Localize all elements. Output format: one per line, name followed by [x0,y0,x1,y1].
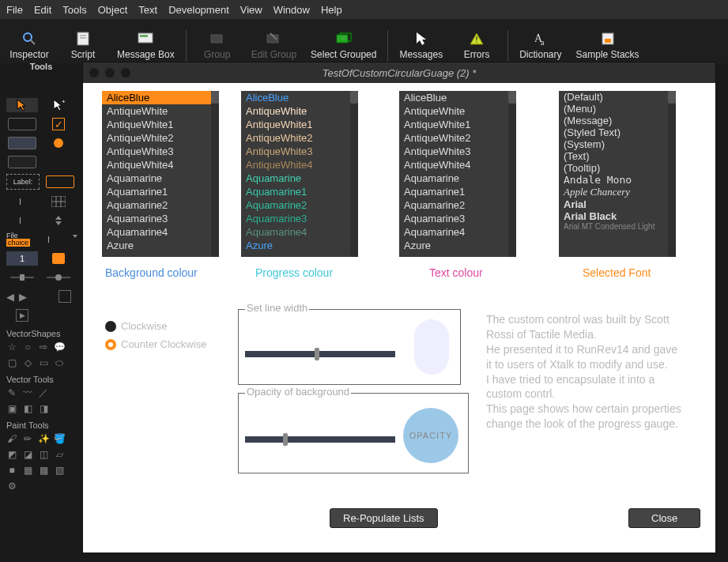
arrow-tool[interactable] [6,98,38,112]
list-item[interactable]: Azure [102,239,219,252]
script-button[interactable]: Script [57,28,109,62]
linewidth-slider[interactable] [245,351,395,357]
list-item[interactable]: Arial [559,198,676,210]
circle-icon[interactable]: ○ [22,341,33,353]
pen-icon[interactable]: ✎ [6,387,17,398]
rect-dark-tool[interactable] [6,155,38,169]
list-item[interactable]: Aquamarine1 [102,185,219,198]
grid-tool[interactable] [43,194,74,209]
list-item[interactable]: AliceBlue [399,91,516,104]
editgroup-button[interactable]: Edit Group [245,28,303,62]
list-item[interactable]: Aquamarine4 [102,225,219,239]
menu-tools[interactable]: Tools [62,4,86,16]
menu-help[interactable]: Help [321,4,342,16]
errors-button[interactable]: ! Errors [451,28,503,62]
list-item[interactable]: Azure [399,239,516,252]
list-item[interactable]: (Default) [559,91,676,103]
play-tool[interactable]: ▶ [6,308,38,322]
arrow-right-icon[interactable]: ▶ [19,291,27,303]
clockwise-radio[interactable]: Clockwise [105,320,206,332]
progress-color-list[interactable]: AliceBlueAntiqueWhiteAntiqueWhite1Antiqu… [241,91,358,257]
diamond-icon[interactable]: ◇ [22,357,33,368]
menu-view[interactable]: View [240,4,262,16]
poly3-icon[interactable]: ◨ [38,403,49,414]
list-item[interactable]: Aquamarine2 [102,198,219,212]
list-item[interactable]: AntiqueWhite [399,104,516,118]
menu-text[interactable]: Text [138,4,157,16]
gear-icon[interactable]: ⚙ [6,481,17,492]
list-item[interactable]: Arial MT Condensed Light [559,222,676,231]
bucket-icon[interactable]: 🪣 [54,433,65,444]
menu-development[interactable]: Development [168,4,229,16]
list-item[interactable]: Aquamarine1 [241,185,358,198]
window-dot-3[interactable] [121,68,130,77]
counterclockwise-radio[interactable]: Counter Clockwise [105,338,206,350]
s1-icon[interactable]: ■ [6,465,17,476]
group-button[interactable]: Group [191,28,243,62]
list-item[interactable]: AntiqueWhite3 [241,145,358,158]
selectgrouped-button[interactable]: Select Grouped [304,28,383,62]
list-item[interactable]: Aquamarine [399,172,516,185]
list-item[interactable]: AntiqueWhite2 [241,131,358,145]
rect-outline-tool[interactable] [6,117,38,131]
list-item[interactable]: (Text) [559,150,676,162]
list-item[interactable]: Aquamarine4 [241,225,358,239]
p1-icon[interactable]: ◩ [6,449,17,460]
arrowshape-icon[interactable]: ⇨ [38,341,49,353]
list-item[interactable]: AntiqueWhite3 [102,145,219,158]
list-item[interactable]: AntiqueWhite1 [102,118,219,131]
list-item[interactable]: Aquamarine1 [399,185,516,198]
text-color-list[interactable]: AliceBlue AntiqueWhite AntiqueWhite1 Ant… [399,91,516,257]
samplestacks-button[interactable]: Sample Stacks [570,28,646,62]
s2-icon[interactable]: ▦ [22,465,33,476]
list-item[interactable]: Aquamarine4 [399,225,516,239]
list-item[interactable]: Aquamarine3 [241,212,358,225]
arrow-left-icon[interactable]: ◀ [6,291,14,303]
text3-tool[interactable]: I [35,232,66,247]
star-icon[interactable]: ☆ [6,341,17,353]
list-item[interactable]: Aquamarine2 [241,198,358,212]
scrollbar[interactable] [350,91,358,257]
list-item[interactable]: AntiqueWhite [102,104,219,118]
pill-icon[interactable]: ⬭ [54,357,65,368]
list-item[interactable]: Apple Chancery [559,186,676,198]
title-bar[interactable]: TestOfCustomCircularGuage (2) * [83,62,715,83]
color-swatch[interactable] [43,251,74,266]
list-item[interactable]: AntiqueWhite4 [241,158,358,172]
menu-window[interactable]: Window [273,4,310,16]
arrow-plus-tool[interactable]: + [43,98,74,112]
close-button[interactable]: Close [628,508,700,528]
messagebox-button[interactable]: Message Box [111,28,181,62]
scrollbar[interactable] [508,91,516,257]
radio-tool[interactable] [43,136,74,150]
background-color-list[interactable]: AliceBlue AntiqueWhite AntiqueWhite1 Ant… [102,91,219,257]
misc-tool[interactable] [49,289,81,304]
list-item[interactable]: AntiqueWhite1 [241,118,358,131]
window-dot-1[interactable] [89,68,99,77]
field-tool[interactable] [44,175,76,189]
line-icon[interactable]: ／ [38,387,49,398]
pencil-icon[interactable]: ✏ [22,433,33,444]
roundrect-icon[interactable]: ▭ [38,357,49,368]
poly1-icon[interactable]: ▣ [6,403,17,414]
inspector-button[interactable]: Inspector [3,28,55,62]
list-item[interactable]: AntiqueWhite4 [399,158,516,172]
messages-button[interactable]: Messages [393,28,449,62]
repopulate-button[interactable]: Re-Populate Lists [330,508,438,528]
menu-object[interactable]: Object [98,4,128,16]
vslider-tool[interactable] [43,270,74,285]
hslider-tool[interactable] [6,270,38,285]
opacity-slider[interactable] [245,436,395,443]
speech-icon[interactable]: 💬 [54,341,65,353]
list-item[interactable]: AntiqueWhite [241,104,358,118]
one-tool[interactable]: 1 [6,251,38,266]
p2-icon[interactable]: ◪ [22,449,33,460]
list-item[interactable]: Aquamarine3 [102,212,219,225]
poly2-icon[interactable]: ◧ [22,403,33,414]
eraser-icon[interactable]: ▱ [54,449,65,460]
stepper-tool[interactable] [43,213,74,228]
rect-fill-tool[interactable] [6,136,38,150]
text-tool[interactable]: I [6,194,38,209]
list-item[interactable]: AntiqueWhite2 [399,131,516,145]
list-item[interactable]: Andale Mono [559,174,676,186]
